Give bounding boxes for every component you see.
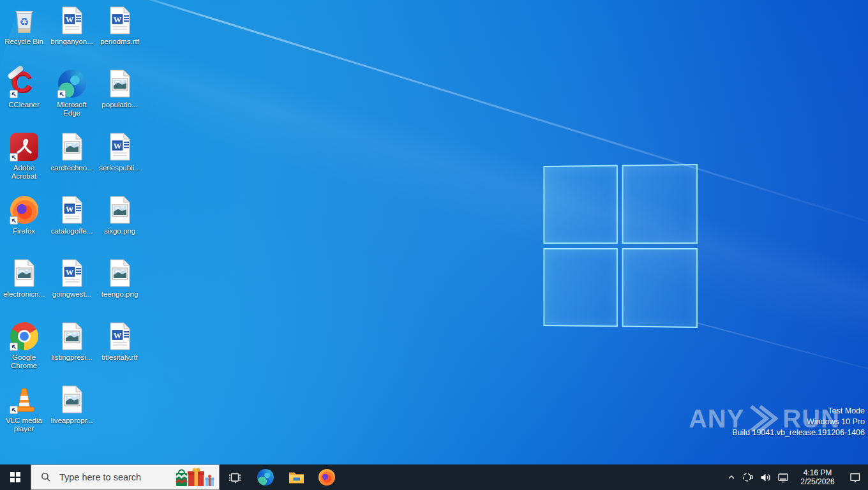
desktop-icon-microsoft-edge[interactable]: Microsoft Edge bbox=[48, 68, 96, 131]
tray-clock[interactable]: 4:16 PM 2/25/2026 bbox=[793, 464, 842, 490]
desktop-icon-label: teengo.png bbox=[101, 290, 138, 299]
image-file-icon bbox=[105, 68, 135, 99]
word-document-icon: W bbox=[57, 195, 87, 225]
tray-meet-now-button[interactable] bbox=[739, 464, 756, 490]
image-file-icon bbox=[9, 258, 40, 288]
task-view-button[interactable] bbox=[220, 464, 250, 490]
desktop-icon-label: liveappropr... bbox=[51, 417, 93, 425]
tray-show-hidden-icons-button[interactable] bbox=[724, 464, 739, 490]
image-file-icon bbox=[57, 131, 87, 162]
shortcut-arrow-icon bbox=[10, 216, 18, 225]
tray-network-button[interactable] bbox=[774, 464, 793, 490]
start-button[interactable] bbox=[0, 464, 31, 490]
svg-text:W: W bbox=[113, 15, 121, 24]
task-view-icon bbox=[228, 471, 241, 484]
ethernet-network-icon bbox=[777, 472, 789, 483]
desktop-wallpaper: ♻ Recycle Bin W bringanyon... W periodms… bbox=[0, 0, 868, 464]
svg-text:W: W bbox=[65, 205, 73, 214]
firefox-icon bbox=[318, 469, 335, 486]
desktop-icon-liveappropr[interactable]: liveappropr... bbox=[48, 384, 96, 447]
taskbar-microsoft-edge-button[interactable] bbox=[250, 464, 281, 490]
search-placeholder: Type here to search bbox=[59, 472, 141, 482]
windows-start-icon bbox=[10, 472, 20, 482]
desktop-icon-listingpresi[interactable]: listingpresi... bbox=[48, 321, 96, 384]
build-line: Build 19041.vb_release.191206-1406 bbox=[732, 427, 865, 438]
search-highlight-gifts-icon[interactable] bbox=[174, 466, 215, 488]
desktop-icon-bringanyon[interactable]: W bringanyon... bbox=[48, 5, 96, 68]
desktop-icon-label: Recycle Bin bbox=[4, 38, 43, 46]
taskbar-file-explorer-button[interactable] bbox=[281, 464, 311, 490]
windows-logo-pane bbox=[622, 248, 698, 328]
word-document-icon: W bbox=[57, 258, 87, 288]
shortcut-arrow-icon bbox=[10, 90, 18, 98]
file-explorer-icon bbox=[288, 470, 305, 485]
desktop-icon-recycle-bin[interactable]: ♻ Recycle Bin bbox=[0, 5, 48, 68]
image-file-icon bbox=[105, 195, 135, 225]
desktop-icon-titlesitaly-rtf[interactable]: W titlesitaly.rtf bbox=[96, 321, 144, 384]
windows-logo-pane bbox=[622, 164, 698, 244]
desktop-icon-grid: ♻ Recycle Bin W bringanyon... W periodms… bbox=[0, 5, 144, 447]
desktop-icon-teengo-png[interactable]: teengo.png bbox=[96, 258, 144, 321]
system-tray: 4:16 PM 2/25/2026 bbox=[724, 464, 868, 490]
desktop-icon-ccleaner[interactable]: C CCleaner bbox=[0, 68, 48, 131]
image-file-icon bbox=[105, 258, 135, 288]
windows-logo-pane bbox=[543, 248, 617, 327]
windows-edition-line: Windows 10 Pro bbox=[732, 417, 865, 427]
desktop-icon-periodms-rtf[interactable]: W periodms.rtf bbox=[96, 5, 144, 68]
shortcut-arrow-icon bbox=[57, 90, 66, 98]
recycle-bin-icon: ♻ bbox=[9, 5, 40, 36]
tray-volume-button[interactable] bbox=[756, 464, 774, 490]
speaker-icon bbox=[760, 472, 771, 483]
desktop-icon-label: CCleaner bbox=[8, 101, 40, 109]
search-icon bbox=[40, 471, 52, 483]
chevron-up-icon bbox=[726, 472, 737, 482]
desktop-icon-label: catalogoffe... bbox=[51, 227, 93, 235]
desktop-icon-vlc-media-player[interactable]: VLC media player bbox=[0, 384, 48, 447]
word-document-icon: W bbox=[57, 5, 87, 36]
desktop-icon-label: bringanyon... bbox=[50, 38, 93, 46]
taskbar-firefox-button[interactable] bbox=[311, 464, 342, 490]
taskbar: Type here to search bbox=[0, 464, 868, 490]
shortcut-arrow-icon bbox=[10, 343, 18, 351]
test-mode-line: Test Mode bbox=[732, 406, 865, 417]
desktop-icon-label: Microsoft Edge bbox=[49, 101, 96, 117]
word-document-icon: W bbox=[105, 131, 135, 162]
image-file-icon bbox=[57, 384, 87, 415]
desktop-icon-populatio[interactable]: populatio... bbox=[96, 68, 144, 131]
taskbar-search-box[interactable]: Type here to search bbox=[31, 464, 220, 490]
desktop-icon-label: titlesitaly.rtf bbox=[101, 353, 138, 362]
desktop-icon-label: goingwest... bbox=[52, 290, 91, 299]
desktop-icon-label: Google Chrome bbox=[1, 353, 48, 370]
desktop-icon-label: Firefox bbox=[13, 227, 35, 235]
svg-text:♻: ♻ bbox=[19, 15, 29, 28]
desktop-icon-label: periodms.rtf bbox=[100, 38, 139, 46]
windows-logo-pane bbox=[543, 165, 617, 244]
meet-now-camera-icon bbox=[742, 471, 754, 483]
word-document-icon: W bbox=[105, 321, 135, 352]
desktop-icon-adobe-acrobat[interactable]: Adobe Acrobat bbox=[0, 131, 48, 195]
windows-logo-wallpaper bbox=[543, 164, 698, 328]
shortcut-arrow-icon bbox=[10, 153, 18, 161]
desktop-icon-label: electronicn... bbox=[3, 290, 45, 299]
desktop-icon-electronicn[interactable]: electronicn... bbox=[0, 258, 48, 321]
image-file-icon bbox=[57, 321, 87, 352]
desktop-icon-seriespubli[interactable]: W seriespubli... bbox=[96, 131, 144, 195]
desktop-icon-google-chrome[interactable]: Google Chrome bbox=[0, 321, 48, 384]
desktop-icon-goingwest[interactable]: W goingwest... bbox=[48, 258, 96, 321]
desktop-icon-label: seriespubli... bbox=[99, 164, 140, 172]
desktop-icon-cardtechno[interactable]: cardtechno... bbox=[48, 131, 96, 195]
svg-text:W: W bbox=[65, 268, 73, 277]
desktop-icon-label: VLC media player bbox=[1, 417, 48, 433]
action-center-button[interactable] bbox=[842, 464, 868, 490]
svg-text:W: W bbox=[113, 331, 121, 340]
word-document-icon: W bbox=[105, 5, 135, 36]
desktop-icon-firefox[interactable]: Firefox bbox=[0, 195, 48, 258]
action-center-icon bbox=[849, 471, 862, 484]
tray-date: 2/25/2026 bbox=[800, 477, 834, 486]
desktop-icon-label: cardtechno... bbox=[50, 164, 93, 172]
shortcut-arrow-icon bbox=[10, 406, 18, 414]
desktop-icon-label: sixgo.png bbox=[104, 227, 135, 235]
desktop-icon-catalogoffe[interactable]: W catalogoffe... bbox=[48, 195, 96, 258]
desktop-icon-label: Adobe Acrobat bbox=[1, 164, 48, 181]
desktop-icon-sixgo-png[interactable]: sixgo.png bbox=[96, 195, 144, 258]
